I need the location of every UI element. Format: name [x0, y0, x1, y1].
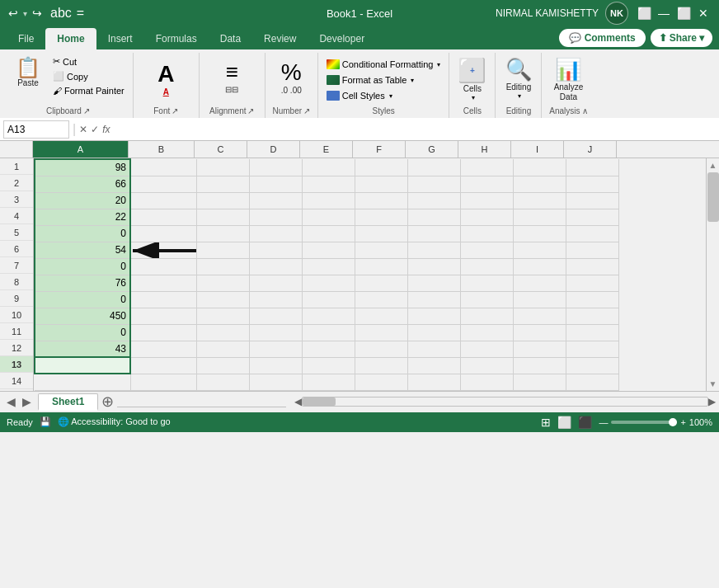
cell-h5[interactable]	[460, 225, 513, 242]
cell-b2[interactable]	[130, 176, 196, 192]
cell-i13[interactable]	[513, 357, 566, 374]
undo-icon[interactable]: ↩	[7, 7, 20, 20]
row-num-12[interactable]: 12	[0, 340, 33, 356]
cell-e2[interactable]	[302, 176, 355, 192]
col-header-d[interactable]: D	[247, 141, 300, 158]
cell-d9[interactable]	[249, 291, 302, 308]
sheet-nav-left[interactable]: ◀	[3, 393, 19, 410]
cell-b4[interactable]	[130, 209, 196, 225]
tab-file[interactable]: File	[7, 28, 45, 49]
cell-c11[interactable]	[196, 324, 249, 341]
cell-a2[interactable]: 66	[35, 176, 130, 192]
col-header-j[interactable]: J	[564, 141, 617, 158]
sheet-tab-sheet1[interactable]: Sheet1	[38, 393, 98, 411]
row-num-7[interactable]: 7	[0, 257, 33, 274]
row-num-2[interactable]: 2	[0, 175, 33, 191]
cell-e4[interactable]	[302, 209, 355, 225]
cell-i12[interactable]	[513, 341, 566, 357]
cell-g14[interactable]	[407, 374, 460, 390]
cell-e14[interactable]	[302, 374, 355, 390]
cell-j3[interactable]	[566, 192, 618, 209]
cell-j9[interactable]	[566, 291, 618, 308]
cell-a13[interactable]	[35, 357, 130, 374]
number-expander-icon[interactable]: ↗	[303, 106, 310, 115]
cell-h1[interactable]	[460, 159, 513, 176]
cell-d5[interactable]	[249, 225, 302, 242]
cell-g5[interactable]	[407, 225, 460, 242]
cell-g1[interactable]	[407, 159, 460, 176]
cell-e9[interactable]	[302, 291, 355, 308]
cell-e5[interactable]	[302, 225, 355, 242]
vertical-scrollbar[interactable]: ▲ ▼	[706, 158, 719, 391]
paste-button[interactable]: 📋 Paste	[8, 54, 48, 91]
cell-f14[interactable]	[355, 374, 407, 390]
cell-c9[interactable]	[196, 291, 249, 308]
analyze-data-button[interactable]: 📊 AnalyzeData	[551, 54, 587, 105]
row-num-3[interactable]: 3	[0, 191, 33, 208]
cell-c3[interactable]	[196, 192, 249, 209]
cell-a9[interactable]: 0	[35, 291, 130, 308]
cell-j4[interactable]	[566, 209, 618, 225]
row-num-11[interactable]: 11	[0, 323, 33, 340]
cell-d6[interactable]	[249, 242, 302, 258]
cell-c10[interactable]	[196, 308, 249, 324]
cell-b1[interactable]	[130, 159, 196, 176]
cell-c1[interactable]	[196, 159, 249, 176]
cell-h4[interactable]	[460, 209, 513, 225]
cell-e1[interactable]	[302, 159, 355, 176]
cell-c7[interactable]	[196, 258, 249, 275]
cell-i10[interactable]	[513, 308, 566, 324]
row-num-10[interactable]: 10	[0, 307, 33, 323]
cell-f11[interactable]	[355, 324, 407, 341]
cell-a14[interactable]	[35, 374, 130, 390]
cell-a8[interactable]: 76	[35, 275, 130, 291]
formula-confirm-icon[interactable]: ✓	[91, 124, 99, 135]
cell-h7[interactable]	[460, 258, 513, 275]
cell-c5[interactable]	[196, 225, 249, 242]
row-num-6[interactable]: 6	[0, 241, 33, 257]
page-layout-icon[interactable]: ⬜	[557, 416, 571, 429]
analysis-collapse-icon[interactable]: ∧	[582, 106, 588, 115]
cell-i8[interactable]	[513, 275, 566, 291]
cell-j1[interactable]	[566, 159, 618, 176]
close-icon[interactable]: ✕	[694, 4, 712, 22]
cell-f5[interactable]	[355, 225, 407, 242]
cell-g10[interactable]	[407, 308, 460, 324]
cell-b3[interactable]	[130, 192, 196, 209]
cell-h11[interactable]	[460, 324, 513, 341]
add-sheet-button[interactable]: ⊕	[98, 393, 117, 411]
cell-b5[interactable]	[130, 225, 196, 242]
cell-d4[interactable]	[249, 209, 302, 225]
row-num-1[interactable]: 1	[0, 158, 33, 175]
cell-j11[interactable]	[566, 324, 618, 341]
cell-d3[interactable]	[249, 192, 302, 209]
user-avatar[interactable]: NK	[605, 2, 628, 25]
col-header-g[interactable]: G	[406, 141, 458, 158]
cell-a12[interactable]: 43	[35, 341, 130, 357]
cell-f2[interactable]	[355, 176, 407, 192]
h-scroll-left-button[interactable]: ◀	[294, 396, 302, 407]
cell-b6[interactable]	[130, 242, 196, 258]
cell-h14[interactable]	[460, 374, 513, 390]
cell-h2[interactable]	[460, 176, 513, 192]
undo-dropdown[interactable]: ▾	[23, 9, 27, 18]
cell-j2[interactable]	[566, 176, 618, 192]
cell-b13[interactable]	[130, 357, 196, 374]
cell-e12[interactable]	[302, 341, 355, 357]
h-scroll-right-button[interactable]: ▶	[708, 396, 716, 407]
cell-g3[interactable]	[407, 192, 460, 209]
cell-h3[interactable]	[460, 192, 513, 209]
col-header-e[interactable]: E	[300, 141, 353, 158]
cell-d10[interactable]	[249, 308, 302, 324]
cell-styles-button[interactable]: Cell Styles ▾	[323, 89, 444, 102]
cell-a3[interactable]: 20	[35, 192, 130, 209]
cell-e8[interactable]	[302, 275, 355, 291]
scroll-down-button[interactable]: ▼	[707, 378, 719, 391]
cell-d1[interactable]	[249, 159, 302, 176]
zoom-out-button[interactable]: —	[599, 417, 608, 427]
cell-f8[interactable]	[355, 275, 407, 291]
cell-a5[interactable]: 0	[35, 225, 130, 242]
cell-e3[interactable]	[302, 192, 355, 209]
cell-j10[interactable]	[566, 308, 618, 324]
cell-j5[interactable]	[566, 225, 618, 242]
